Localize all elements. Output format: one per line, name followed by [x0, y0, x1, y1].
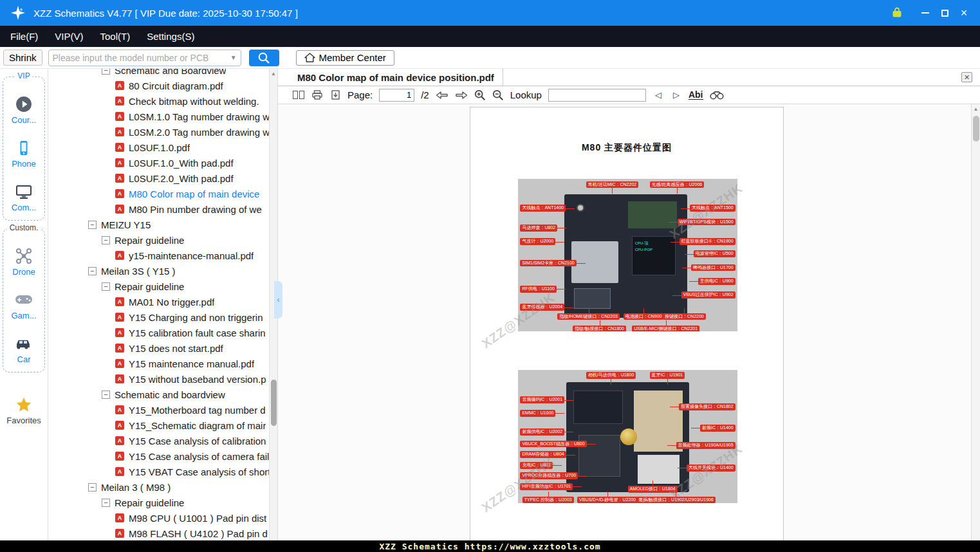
tree-file-y15-charging-and-non-triggerin[interactable]: AY15 Charging and non triggerin	[48, 309, 277, 325]
shrink-button[interactable]: Shrink	[3, 50, 42, 66]
tree-folder-meilan-3-m98[interactable]: −Meilan 3 ( M98 )	[48, 479, 277, 495]
collapse-icon[interactable]: −	[102, 236, 110, 244]
model-search-input[interactable]	[53, 53, 228, 63]
menu-item-vip-v[interactable]: VIP(V)	[55, 31, 83, 42]
sidebar-item-label: Favorites	[6, 416, 41, 425]
match-case-toggle[interactable]: Abi	[689, 90, 703, 100]
page-label: Page:	[347, 89, 373, 100]
tree-file-y15-maintenance-manual-pdf[interactable]: Ay15-maintenance-manual.pdf	[48, 248, 277, 263]
print-icon[interactable]	[311, 89, 323, 102]
component-label: 相机/马达供电：U1800	[586, 372, 636, 379]
pdf-file-icon: A	[115, 529, 124, 538]
previous-page-icon[interactable]	[436, 89, 448, 102]
tree-file-y15-motherboard-tag-number-d[interactable]: AY15_Motherboard tag number d	[48, 402, 277, 418]
tree-folder-repair-guideline[interactable]: −Repair guideline	[48, 279, 277, 294]
tree-file-check-bitmap-without-welding[interactable]: ACheck bitmap without welding.	[48, 93, 277, 109]
tree-file-y15-case-analysis-of-calibration[interactable]: AY15 Case analysis of calibration	[48, 433, 277, 448]
tree-file-ma01-no-trigger-pdf[interactable]: AMA01 No trigger.pdf	[48, 294, 277, 309]
model-search-box[interactable]: ▼	[48, 50, 241, 66]
tree-collapse-handle[interactable]: ‹	[274, 281, 282, 318]
tree-file-y15-calibration-fault-case-sharin[interactable]: AY15 calibration fault case sharin	[48, 325, 277, 340]
component-label: RF供电：U1100	[520, 286, 556, 293]
tree-item-label: y15-maintenance-manual.pdf	[129, 250, 254, 261]
custom-group: Custom. DroneGam...Car	[3, 228, 45, 373]
collapse-icon[interactable]: −	[88, 267, 97, 275]
tree-file-m98-flash-u4102-pad-pin-d[interactable]: AM98 FLASH ( U4102 ) Pad pin d	[48, 526, 277, 540]
next-result-icon[interactable]: ▷	[670, 89, 682, 102]
page-number-input[interactable]	[379, 89, 414, 102]
tree-item-label: MEIZU Y15	[101, 219, 151, 230]
collapse-icon[interactable]: −	[88, 483, 97, 492]
previous-result-icon[interactable]: ◁	[652, 89, 664, 102]
tree-item-label: M98 FLASH ( U4102 ) Pad pin d	[129, 528, 268, 539]
sidebar-item-car[interactable]: Car	[3, 327, 44, 371]
tree-file-y15-maintenance-manual-pdf[interactable]: AY15 maintenance manual.pdf	[48, 356, 277, 371]
sidebar-item-favorites[interactable]: Favorites	[0, 388, 48, 432]
collapse-icon[interactable]: −	[102, 69, 110, 75]
tree-folder-repair-guideline[interactable]: −Repair guideline	[48, 232, 277, 248]
pdf-viewer[interactable]: M80 主要器件位置图 CPU-顶CPU-POP 耳机/送话MIC：CN2202…	[278, 104, 980, 540]
tree-folder-meizu-y15[interactable]: −MEIZU Y15	[48, 217, 277, 232]
vip-purchase-icon[interactable]	[887, 4, 907, 22]
tree-file-m98-cpu-u1001-pad-pin-dist[interactable]: AM98 CPU ( U1001 ) Pad pin dist	[48, 510, 277, 526]
car-icon	[15, 334, 33, 353]
tree-file-80-circuit-diagram-pdf[interactable]: A80 Circuit diagram.pdf	[48, 78, 277, 93]
binoculars-icon[interactable]	[710, 89, 724, 102]
collapse-icon[interactable]: −	[102, 499, 110, 507]
tree-folder-meilan-3s-y15[interactable]: −Meilan 3S ( Y15 )	[48, 263, 277, 279]
tree-file-y15-does-not-start-pdf[interactable]: AY15 does not start.pdf	[48, 340, 277, 356]
tree-file-l0suf-1-0-with-pad-pdf[interactable]: AL0SUF.1.0_With pad.pdf	[48, 155, 277, 170]
viewer-scrollbar[interactable]: ▲	[971, 104, 980, 540]
sidebar-item-cour[interactable]: Cour...	[3, 87, 44, 131]
menu-item-tool-t[interactable]: Tool(T)	[100, 31, 131, 42]
tree-file-m80-color-map-of-main-device[interactable]: AM80 Color map of main device	[48, 186, 277, 201]
tree-file-l0suf-2-0-with-pad-pdf[interactable]: AL0SUF.2.0_With pad.pdf	[48, 170, 277, 186]
collapse-icon[interactable]: −	[102, 391, 110, 399]
tree-file-l0sm-1-0-tag-number-drawing-w[interactable]: AL0SM.1.0 Tag number drawing w	[48, 109, 277, 124]
member-center-button[interactable]: Member Center	[296, 50, 394, 66]
tree-file-l0sm-2-0-tag-number-drawing-w[interactable]: AL0SM.2.0 Tag number drawing w	[48, 124, 277, 140]
collapse-icon[interactable]: −	[102, 282, 110, 291]
tree-folder-schematic-and-boardview[interactable]: −Schematic and boardview	[48, 387, 277, 402]
tree-folder-repair-guideline[interactable]: −Repair guideline	[48, 495, 277, 510]
vip-group: VIP Cour...PhoneCom...	[3, 77, 45, 221]
sidebar-item-phone[interactable]: Phone	[3, 131, 44, 175]
document-tab[interactable]: M80 Color map of main device position.pd…	[278, 69, 503, 86]
scroll-up-icon[interactable]: ▲	[270, 69, 277, 77]
zoom-in-icon[interactable]	[474, 89, 486, 102]
sidebar-item-drone[interactable]: Drone	[3, 239, 44, 283]
dropdown-caret-icon[interactable]: ▼	[230, 54, 237, 61]
tree-folder-schematic-and-boardview[interactable]: −Schematic and Boardview	[48, 69, 277, 78]
chip-silkscreen-label: CPU-POP	[635, 247, 652, 253]
menu-item-settings-s[interactable]: Settings(S)	[147, 31, 194, 42]
tree-scrollbar-thumb[interactable]	[271, 380, 277, 426]
component-label: 前置摄像头接口：CN1802	[679, 403, 735, 410]
zoom-out-icon[interactable]	[492, 89, 504, 102]
tree-item-label: Y15 does not start.pdf	[129, 343, 223, 354]
lookup-input[interactable]	[548, 89, 646, 102]
document-title: M80 主要器件位置图	[470, 142, 783, 154]
viewer-scrollbar-thumb[interactable]	[973, 116, 979, 142]
close-document-icon[interactable]: ✕	[961, 72, 972, 82]
search-button[interactable]	[249, 50, 279, 66]
tree-file-y15-case-analysis-of-camera-fail[interactable]: AY15 Case analysis of camera fail	[48, 448, 277, 464]
collapse-icon[interactable]: −	[88, 221, 97, 229]
menu-item-file-f[interactable]: File(F)	[10, 31, 38, 42]
tree-file-y15-schematic-diagram-of-mair[interactable]: AY15_Schematic diagram of mair	[48, 418, 277, 433]
scroll-up-icon[interactable]: ▲	[972, 104, 980, 112]
minimize-button[interactable]	[916, 4, 935, 22]
two-page-view-icon[interactable]	[292, 89, 305, 102]
tree-file-y15-without-baseband-version-p[interactable]: AY15 without baseband version.p	[48, 371, 277, 387]
gamepad-icon	[15, 290, 33, 309]
pdf-file-icon: A	[115, 467, 124, 476]
export-icon[interactable]	[329, 89, 341, 102]
close-button[interactable]: ×	[954, 4, 974, 22]
sidebar-item-gam[interactable]: Gam...	[3, 283, 44, 327]
tree-file-y15-vbat-case-analysis-of-short[interactable]: AY15 VBAT Case analysis of short	[48, 464, 277, 479]
maximize-button[interactable]	[935, 4, 954, 22]
tree-file-m80-pin-number-drawing-of-we[interactable]: AM80 Pin number drawing of we	[48, 201, 277, 217]
sidebar-item-com[interactable]: Com...	[3, 175, 44, 219]
tree-file-l0suf-1-0-pdf[interactable]: AL0SUF.1.0.pdf	[48, 140, 277, 155]
next-page-icon[interactable]	[455, 89, 468, 102]
tree-item-label: L0SUF.1.0.pdf	[129, 142, 190, 153]
